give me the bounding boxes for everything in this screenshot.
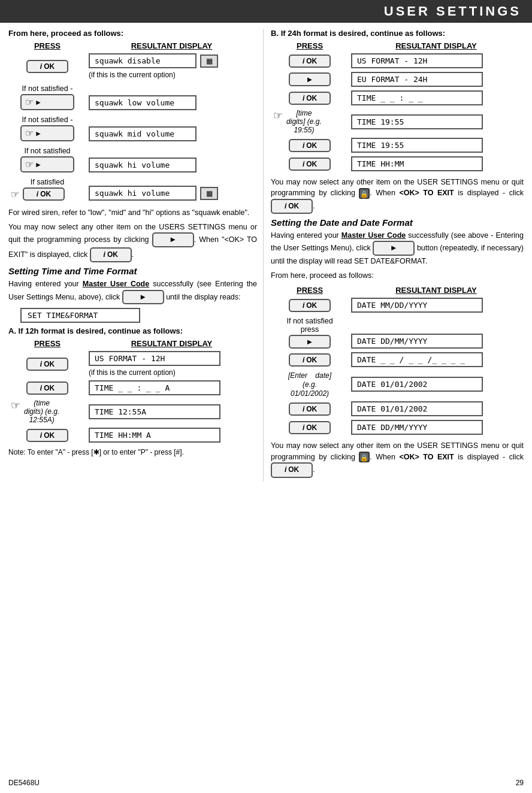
result-time-1255a: TIME 12:55A bbox=[89, 404, 220, 419]
i-icon: i bbox=[40, 62, 42, 71]
table-row: i OK DATE DD/MM/YYYY bbox=[271, 418, 524, 437]
hand-icon-a3: ☞ bbox=[11, 399, 20, 412]
table-row: If satisfied ☞ i OK squawk bbox=[8, 174, 257, 202]
forward-button-c2[interactable]: ► bbox=[289, 335, 331, 349]
table-row: [Enter date](e.g.01/01/2002) DATE 01/01/… bbox=[271, 369, 524, 399]
para-date-intro: Having entered your Master User Code suc… bbox=[271, 230, 524, 267]
hand-icon-2: ☞ bbox=[25, 128, 34, 139]
set-time-display: SET TIME&FORMAT bbox=[20, 308, 140, 323]
time-digits-label-a: (timedigits) (e.g.12:55A) bbox=[24, 399, 59, 424]
right-column: B. If 24h format is desired, continue as… bbox=[263, 29, 524, 482]
ok-button-c3[interactable]: i OK bbox=[289, 353, 331, 367]
page-title: USER SETTINGS bbox=[0, 0, 532, 23]
i-icon-2: i bbox=[37, 190, 38, 198]
result-date-mmddyyyy: DATE MM/DD/YYYY bbox=[351, 298, 483, 313]
if-not-satisfied-2: If not satisfied - bbox=[11, 116, 84, 124]
press-header-c: PRESS bbox=[271, 284, 349, 296]
ok-button-a2[interactable]: i OK bbox=[26, 382, 68, 395]
table-row: If not satisfiedpress ► DATE DD/MM/YYYY bbox=[271, 314, 524, 350]
result-date-01012002: DATE 01/01/2002 bbox=[351, 401, 483, 416]
if-satisfied: If satisfied bbox=[11, 178, 84, 186]
result-date-blank: DATE _ _ / _ _ /_ _ _ _ bbox=[351, 352, 483, 367]
result-squawk-disable: squawk disable bbox=[89, 53, 197, 68]
para-date-proceed: From here, proceed as follows: bbox=[271, 270, 524, 281]
arrow-icon-2: ► bbox=[35, 129, 42, 138]
result-date-01012002-enter: DATE 01/01/2002 bbox=[351, 377, 483, 392]
note-current-a: (if this is the current option) bbox=[89, 368, 255, 377]
ok-button-a4[interactable]: i OK bbox=[26, 429, 68, 442]
ok-button-b3[interactable]: i OK bbox=[289, 92, 331, 105]
hand-forward-button-1[interactable]: ☞ ► bbox=[20, 94, 74, 110]
result-time-blank-a: TIME _ _ : _ _ A bbox=[89, 380, 220, 395]
table-row: i OK DATE MM/DD/YYYY bbox=[271, 296, 524, 314]
result-time-blank-b: TIME _ _ : _ _ bbox=[351, 90, 483, 105]
if-not-satisfied-1: If not satisfied - bbox=[11, 84, 84, 93]
ok-button-b5[interactable]: i OK bbox=[289, 139, 331, 152]
ok-button[interactable]: i OK bbox=[26, 60, 68, 73]
forward-button-b2[interactable]: ► bbox=[289, 72, 331, 86]
para-time-intro: Having entered your Master User Code suc… bbox=[8, 279, 257, 304]
forward-button-date[interactable]: ► bbox=[373, 241, 415, 256]
result-date-ddmmyyyy: DATE DD/MM/YYYY bbox=[351, 334, 483, 349]
result-squawk-low: squawk low volume bbox=[89, 95, 197, 110]
note-asterisk: Note: To enter "A" - press [✱] or to ent… bbox=[8, 448, 257, 456]
ok-label: OK bbox=[44, 62, 55, 71]
arrow-icon-1: ► bbox=[35, 98, 42, 107]
hand-icon-4: ☞ bbox=[11, 189, 19, 200]
if-not-satisfied-3: If not satisfied bbox=[11, 147, 84, 155]
section-b-title: B. If 24h format is desired, continue as… bbox=[271, 29, 524, 38]
table-row: ► EU FORMAT - 24H bbox=[271, 70, 524, 89]
table-row: i OK TIME _ _ : _ _ bbox=[271, 89, 524, 107]
ok-button-a1[interactable]: i OK bbox=[26, 358, 68, 371]
para-select-item-b: You may now select any other item on the… bbox=[271, 177, 524, 214]
ok-button-para-d[interactable]: iOK bbox=[271, 462, 313, 477]
left-column: From here, proceed as follows: PRESS RES… bbox=[8, 29, 263, 482]
ok-button-c1[interactable]: i OK bbox=[289, 299, 331, 312]
forward-button-time[interactable]: ► bbox=[122, 290, 164, 305]
press-header-left: PRESS bbox=[8, 40, 86, 52]
ok-button-para[interactable]: iOK bbox=[90, 247, 132, 262]
table-row: ☞ (timedigits) (e.g.12:55A) TIME 12:55A bbox=[8, 397, 257, 426]
table-row: ☞ [timedigits] (e.g.19:55) TIME 19:55 bbox=[271, 107, 524, 136]
result-eu-format-b: EU FORMAT - 24H bbox=[351, 72, 483, 87]
hand-icon-1: ☞ bbox=[25, 96, 34, 108]
ok-button-b1[interactable]: i OK bbox=[289, 55, 331, 68]
ok-button-c6[interactable]: i OK bbox=[289, 421, 331, 434]
table-row: i OK squawk disable ▦ (if this is the cu… bbox=[8, 52, 257, 81]
result-squawk-hi-2: squawk hi volume bbox=[89, 186, 197, 201]
date-digits-label: [Enter date](e.g.01/01/2002) bbox=[288, 371, 331, 398]
table-row: If not satisfied - ☞ ► squawk mid volume bbox=[8, 112, 257, 143]
hand-forward-button-2[interactable]: ☞ ► bbox=[20, 125, 74, 141]
hand-icon-3: ☞ bbox=[25, 159, 34, 170]
lock-icon-d: 🔒 bbox=[359, 452, 370, 462]
table-row: i OK US FORMAT - 12H (if this is the cur… bbox=[8, 349, 257, 379]
intro-text: From here, proceed as follows: bbox=[8, 29, 257, 38]
time-digits-label-b: [timedigits] (e.g.19:55) bbox=[286, 109, 322, 134]
ok-button-c5[interactable]: i OK bbox=[289, 402, 331, 416]
result-header-b: RESULTANT DISPLAY bbox=[349, 40, 524, 52]
ok-label-2: OK bbox=[40, 190, 51, 198]
italic-heading-date: Setting the Date and Date Format bbox=[271, 217, 524, 228]
arrow-icon-3: ► bbox=[35, 161, 42, 169]
table-row: i OK TIME HH:MM bbox=[271, 155, 524, 173]
hand-icon-b4: ☞ bbox=[273, 109, 283, 122]
ok-button-satisfied[interactable]: i OK bbox=[23, 187, 65, 201]
if-not-satisfied-c: If not satisfiedpress bbox=[273, 317, 346, 334]
result-header-left: RESULTANT DISPLAY bbox=[86, 40, 257, 52]
hand-forward-button-3[interactable]: ☞ ► bbox=[20, 156, 74, 172]
table-row: i OK TIME _ _ : _ _ A bbox=[8, 379, 257, 397]
italic-heading-time: Setting Time and Time Format bbox=[8, 266, 257, 276]
result-time-hhmm-b: TIME HH:MM bbox=[351, 156, 483, 171]
ok-button-para-b[interactable]: iOK bbox=[271, 199, 313, 214]
signal-icon-2: ▦ bbox=[200, 187, 218, 200]
page-number-left: DE5468U bbox=[8, 779, 40, 787]
table-row: i OK TIME 19:55 bbox=[271, 136, 524, 155]
ok-button-b6[interactable]: i OK bbox=[289, 158, 331, 171]
table-row: If not satisfied - ☞ ► squawk low volume bbox=[8, 81, 257, 112]
result-squawk-hi: squawk hi volume bbox=[89, 158, 197, 172]
lock-icon-b: 🔒 bbox=[359, 188, 370, 199]
para-select-item-d: You may now select any other item on the… bbox=[271, 440, 524, 477]
result-date-ddmmyyyy-end: DATE DD/MM/YYYY bbox=[351, 420, 483, 435]
forward-button-para[interactable]: ► bbox=[152, 232, 194, 247]
result-time-1955: TIME 19:55 bbox=[351, 114, 483, 129]
